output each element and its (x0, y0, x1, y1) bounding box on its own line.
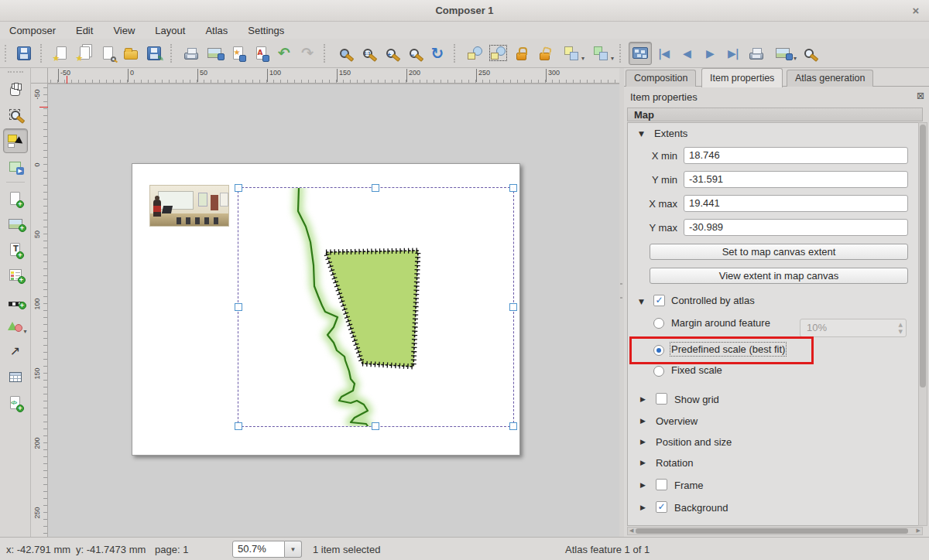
ymin-field[interactable]: -31.591 (684, 171, 908, 188)
expand-arrow-icon[interactable]: ▶ (640, 396, 646, 403)
dropdown-arrow-icon[interactable]: ▾ (611, 56, 614, 62)
move-item-content-button[interactable]: ▶ (3, 154, 28, 179)
add-label-button[interactable]: T+ (3, 237, 28, 261)
load-template-button[interactable] (119, 42, 142, 65)
fixed-scale-radio[interactable] (653, 366, 664, 377)
toolbar-grip[interactable] (5, 45, 9, 62)
toolbar-grip[interactable] (8, 71, 23, 76)
background-checkbox[interactable]: ✓ (656, 501, 667, 513)
zoom-out-button[interactable]: − (403, 42, 426, 65)
fixed-scale-label[interactable]: Fixed scale (671, 364, 722, 376)
tab-item-properties[interactable]: Item properties (701, 68, 783, 87)
dropdown-arrow-icon[interactable]: ▾ (23, 329, 26, 335)
add-scalebar-button[interactable]: + (3, 288, 28, 312)
add-attribute-table-button[interactable] (3, 364, 28, 389)
margin-around-feature-label[interactable]: Margin around feature (671, 317, 770, 329)
selection-handle[interactable] (372, 422, 379, 430)
panel-close-icon[interactable]: ⊠ (917, 91, 924, 101)
zoom-level-value[interactable]: 50.7% (232, 541, 285, 558)
selection-handle[interactable] (235, 184, 242, 192)
window-close-icon[interactable]: × (909, 4, 923, 18)
zoom-100-button[interactable]: 1:1 (356, 42, 379, 65)
save-project-button[interactable] (12, 42, 36, 65)
xmax-field[interactable]: 19.441 (684, 195, 908, 212)
export-image-button[interactable] (203, 42, 226, 65)
deselect-all-button[interactable] (486, 42, 509, 65)
expand-arrow-icon[interactable]: ▶ (640, 504, 646, 511)
selection-handle[interactable] (509, 303, 517, 311)
margin-spinner[interactable]: 10% ▲▼ (800, 319, 907, 337)
print-atlas-button[interactable] (745, 42, 768, 65)
export-atlas-button[interactable]: ▾ (768, 42, 797, 65)
controlled-by-atlas-label[interactable]: Controlled by atlas (671, 295, 755, 306)
panel-horizontal-scrollbar[interactable]: ◀ ▶ (627, 527, 923, 535)
menu-atlas[interactable]: Atlas (205, 25, 228, 36)
preview-atlas-button[interactable] (629, 42, 652, 65)
position-and-size-label[interactable]: Position and size (656, 436, 732, 448)
lock-items-button[interactable] (509, 42, 533, 65)
save-as-template-button[interactable]: ✎ (142, 42, 166, 65)
zoom-level-combobox[interactable]: 50.7% ▼ (232, 541, 302, 558)
menu-layout[interactable]: Layout (155, 25, 185, 36)
align-items-button[interactable]: ▾ (585, 42, 615, 65)
spinner-arrows-icon[interactable]: ▲▼ (899, 321, 903, 335)
margin-around-feature-radio[interactable] (653, 318, 664, 329)
controlled-by-atlas-checkbox[interactable]: ✓ (653, 295, 665, 306)
undo-button[interactable]: ↶ (273, 42, 296, 65)
background-label[interactable]: Background (674, 502, 728, 514)
dropdown-arrow-icon[interactable]: ▾ (794, 56, 797, 62)
image-item[interactable] (149, 185, 229, 227)
add-arrow-button[interactable]: ↗ (3, 339, 28, 364)
scroll-right-icon[interactable]: ▶ (917, 528, 920, 534)
add-shape-button[interactable]: ▾ (3, 313, 28, 338)
composer-manager-button[interactable] (96, 42, 119, 65)
ymax-field[interactable]: -30.989 (684, 219, 908, 236)
expand-arrow-icon[interactable]: ▶ (640, 482, 646, 489)
scrollbar-thumb[interactable] (920, 125, 926, 388)
dropdown-arrow-icon[interactable]: ▾ (581, 56, 584, 62)
selection-handle[interactable] (509, 422, 517, 430)
extents-group-label[interactable]: Extents (654, 128, 687, 139)
refresh-view-button[interactable]: ↻ (426, 42, 449, 65)
scroll-left-icon[interactable]: ◀ (629, 528, 633, 534)
select-all-button[interactable] (463, 42, 486, 65)
selection-handle[interactable] (372, 184, 379, 192)
show-grid-checkbox[interactable]: ✓ (656, 393, 667, 405)
unlock-items-button[interactable] (533, 42, 556, 65)
selection-handle[interactable] (235, 303, 242, 311)
show-grid-label[interactable]: Show grid (674, 394, 719, 405)
tab-atlas-generation[interactable]: Atlas generation (787, 70, 873, 87)
title-bar[interactable]: Composer 1 × (0, 0, 929, 22)
composition-canvas[interactable] (48, 84, 619, 537)
next-feature-button[interactable]: ▶ (698, 42, 722, 65)
menu-composer[interactable]: Composer (9, 25, 56, 36)
zoom-tool-button[interactable] (3, 103, 28, 128)
duplicate-composition-button[interactable] (73, 42, 96, 65)
new-composition-button[interactable] (50, 42, 73, 65)
zoom-in-button[interactable]: + (379, 42, 403, 65)
expand-arrow-icon[interactable]: ▶ (640, 418, 646, 425)
combo-dropdown-icon[interactable]: ▼ (285, 541, 302, 558)
selection-handle[interactable] (509, 184, 517, 192)
add-new-map-button[interactable]: + (3, 186, 28, 210)
rotation-label[interactable]: Rotation (656, 457, 693, 469)
scrollbar-thumb[interactable] (636, 528, 908, 534)
redo-button[interactable]: ↷ (296, 42, 319, 65)
add-legend-button[interactable]: + (3, 262, 28, 287)
pan-tool-button[interactable] (3, 77, 28, 102)
overview-label[interactable]: Overview (656, 415, 698, 427)
expand-arrow-icon[interactable]: ▶ (640, 459, 646, 466)
composition-page[interactable] (132, 163, 520, 456)
zoom-full-button[interactable] (333, 42, 356, 65)
last-feature-button[interactable]: ▶| (722, 42, 745, 65)
export-svg-button[interactable]: ★ (226, 42, 249, 65)
tab-composition[interactable]: Composition (626, 70, 696, 87)
print-button[interactable] (180, 42, 203, 65)
atlas-settings-button[interactable] (797, 42, 821, 65)
collapse-arrow-icon[interactable]: ▼ (639, 131, 644, 138)
map-item-selected[interactable] (238, 188, 513, 426)
frame-checkbox[interactable]: ✓ (656, 479, 667, 490)
raise-items-button[interactable]: ▾ (556, 42, 585, 65)
panel-vertical-scrollbar[interactable] (918, 122, 927, 526)
previous-feature-button[interactable]: ◀ (675, 42, 698, 65)
